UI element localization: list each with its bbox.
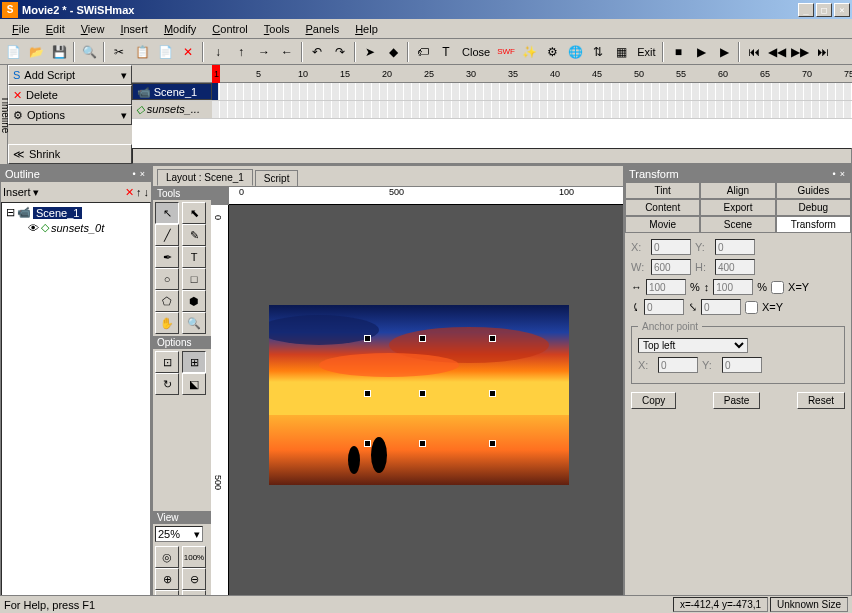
- r1-input[interactable]: [644, 299, 684, 315]
- new-icon[interactable]: 📄: [2, 41, 24, 63]
- sx-input[interactable]: [646, 279, 686, 295]
- options-button[interactable]: ⚙Options▾: [8, 105, 132, 125]
- menu-file[interactable]: File: [4, 21, 38, 37]
- canvas[interactable]: [229, 205, 623, 613]
- menu-help[interactable]: Help: [347, 21, 386, 37]
- collapse-icon[interactable]: ⊟: [6, 206, 15, 219]
- maximize-button[interactable]: □: [816, 3, 832, 17]
- paste-button[interactable]: Paste: [713, 392, 761, 409]
- menu-control[interactable]: Control: [204, 21, 255, 37]
- globe-icon[interactable]: 🌐: [564, 41, 586, 63]
- zoom-fit-icon[interactable]: ◎: [155, 546, 179, 568]
- subselect-tool-icon[interactable]: ⬉: [182, 202, 206, 224]
- menu-insert[interactable]: Insert: [112, 21, 156, 37]
- shape-tool-icon[interactable]: ⬠: [155, 290, 179, 312]
- misc-icon[interactable]: ▦: [610, 41, 632, 63]
- tab-script[interactable]: Script: [255, 170, 299, 186]
- play-scene-icon[interactable]: ▶: [713, 41, 735, 63]
- exit-button[interactable]: Exit: [633, 46, 659, 58]
- tab-transform[interactable]: Transform: [776, 216, 851, 233]
- close-button[interactable]: ×: [834, 3, 850, 17]
- y-input[interactable]: [715, 239, 755, 255]
- tab-guides[interactable]: Guides: [776, 182, 851, 199]
- outline-pin-icon[interactable]: •: [131, 169, 138, 179]
- zoom-100-icon[interactable]: 100%: [182, 546, 206, 568]
- timeline-scrollbar[interactable]: [132, 148, 852, 164]
- tree-layer[interactable]: 👁 ◇ sunsets_0t: [4, 220, 148, 235]
- eye-icon[interactable]: 👁: [28, 222, 39, 234]
- paste-icon[interactable]: 📄: [154, 41, 176, 63]
- undo-icon[interactable]: ↶: [306, 41, 328, 63]
- outline-delete-icon[interactable]: ✕: [125, 186, 134, 199]
- menu-modify[interactable]: Modify: [156, 21, 204, 37]
- menu-panels[interactable]: Panels: [298, 21, 348, 37]
- tab-debug[interactable]: Debug: [776, 199, 851, 216]
- tab-tint[interactable]: Tint: [625, 182, 700, 199]
- timeline-layer-label[interactable]: ◇ sunsets_...: [132, 101, 212, 118]
- step-back-icon[interactable]: ◀◀: [766, 41, 788, 63]
- save-icon[interactable]: 💾: [48, 41, 70, 63]
- ftp-icon[interactable]: ⇅: [587, 41, 609, 63]
- select-tool-icon[interactable]: ↖: [155, 202, 179, 224]
- timeline-main[interactable]: 151015202530354045505560657075 📹 Scene_1…: [132, 65, 852, 164]
- outline-up-icon[interactable]: ↑: [136, 186, 142, 198]
- ay-input[interactable]: [722, 357, 762, 373]
- outline-tree[interactable]: ⊟ 📹 Scene_1 👁 ◇ sunsets_0t: [1, 202, 151, 613]
- arrow-up-icon[interactable]: ↑: [230, 41, 252, 63]
- step-fwd-icon[interactable]: ▶▶: [789, 41, 811, 63]
- arrow-right-icon[interactable]: →: [253, 41, 275, 63]
- ruler-vertical[interactable]: 0 500: [211, 205, 229, 613]
- zoom-combo[interactable]: 25%▾: [155, 526, 203, 542]
- tab-scene[interactable]: Scene: [700, 216, 775, 233]
- pointer-icon[interactable]: ➤: [359, 41, 381, 63]
- tab-movie[interactable]: Movie: [625, 216, 700, 233]
- anchor-select[interactable]: Top left: [638, 338, 748, 353]
- tree-root[interactable]: ⊟ 📹 Scene_1: [4, 205, 148, 220]
- outline-close-icon[interactable]: ×: [138, 169, 147, 179]
- copy-button[interactable]: Copy: [631, 392, 676, 409]
- text-tool-icon[interactable]: T: [182, 246, 206, 268]
- delete-button[interactable]: ✕Delete: [8, 85, 132, 105]
- r2-input[interactable]: [701, 299, 741, 315]
- end-icon[interactable]: ⏭: [812, 41, 834, 63]
- hand-tool-icon[interactable]: ✋: [155, 312, 179, 334]
- rect-tool-icon[interactable]: □: [182, 268, 206, 290]
- zoom-in-icon[interactable]: ⊕: [155, 568, 179, 590]
- rewind-icon[interactable]: ⏮: [743, 41, 765, 63]
- line-tool-icon[interactable]: ╱: [155, 224, 179, 246]
- pencil-tool-icon[interactable]: ✎: [182, 224, 206, 246]
- opt2-icon[interactable]: ⊞: [182, 351, 206, 373]
- pen-tool-icon[interactable]: ✒: [155, 246, 179, 268]
- find-icon[interactable]: 🔍: [78, 41, 100, 63]
- transform-close-icon[interactable]: ×: [838, 169, 847, 179]
- redo-icon[interactable]: ↷: [329, 41, 351, 63]
- w-input[interactable]: [651, 259, 691, 275]
- open-icon[interactable]: 📂: [25, 41, 47, 63]
- close-file-button[interactable]: Close: [458, 46, 494, 58]
- timeline-ruler[interactable]: 151015202530354045505560657075: [132, 65, 852, 83]
- arrow-left-icon[interactable]: ←: [276, 41, 298, 63]
- menu-tools[interactable]: Tools: [256, 21, 298, 37]
- insert-dropdown-icon[interactable]: ▾: [33, 186, 39, 199]
- text-icon[interactable]: T: [435, 41, 457, 63]
- xy-lock2-checkbox[interactable]: [745, 301, 758, 314]
- ellipse-tool-icon[interactable]: ○: [155, 268, 179, 290]
- rotate-icon[interactable]: ↻: [155, 373, 179, 395]
- gear-icon[interactable]: ⚙: [541, 41, 563, 63]
- menu-edit[interactable]: Edit: [38, 21, 73, 37]
- zoom-tool-icon[interactable]: 🔍: [182, 312, 206, 334]
- tab-layout[interactable]: Layout : Scene_1: [157, 169, 253, 186]
- stop-icon[interactable]: ■: [667, 41, 689, 63]
- image-object[interactable]: [269, 305, 569, 485]
- swf-icon[interactable]: SWF: [495, 41, 517, 63]
- tab-content[interactable]: Content: [625, 199, 700, 216]
- add-script-button[interactable]: SAdd Script▾: [8, 65, 132, 85]
- insert-button[interactable]: Insert: [3, 186, 31, 198]
- cut-icon[interactable]: ✂: [108, 41, 130, 63]
- shrink-button[interactable]: ≪Shrink: [8, 144, 132, 164]
- outline-down-icon[interactable]: ↓: [144, 186, 150, 198]
- x-input[interactable]: [651, 239, 691, 255]
- tab-align[interactable]: Align: [700, 182, 775, 199]
- minimize-button[interactable]: _: [798, 3, 814, 17]
- timeline-scene-label[interactable]: 📹 Scene_1: [132, 83, 212, 100]
